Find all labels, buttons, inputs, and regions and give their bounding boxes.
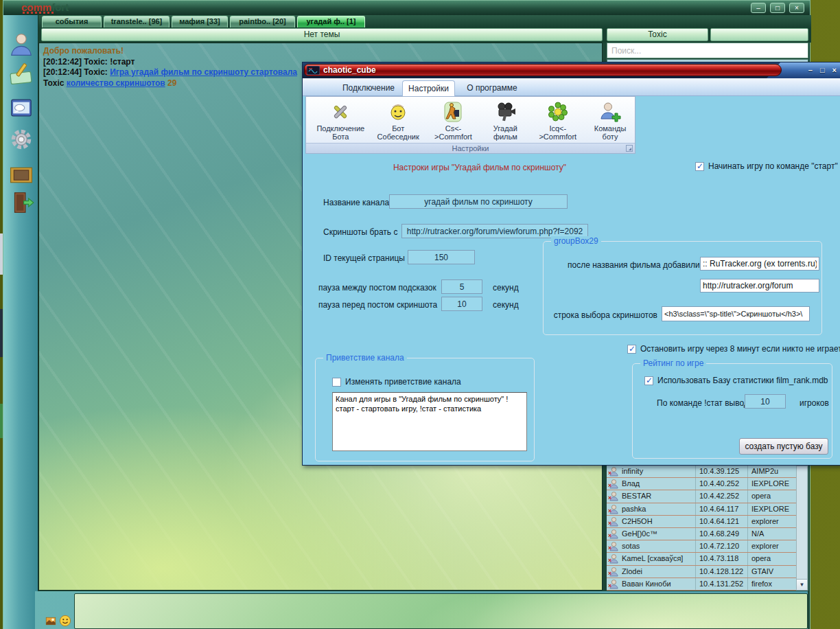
ribbon-item[interactable]: Icq<->Commfort bbox=[533, 100, 583, 144]
chat-icon[interactable] bbox=[8, 95, 34, 121]
after-title-label: после названия фильма добавили bbox=[568, 260, 697, 270]
chaotic-cube-titlebar[interactable]: chaotic_cube – □ × bbox=[303, 62, 840, 78]
dialog-minimize-button[interactable]: – bbox=[808, 65, 813, 75]
chat-message-link[interactable]: Игра угадай фильм по скриншоту стартовал… bbox=[110, 67, 297, 77]
user-avatar-icon bbox=[609, 504, 618, 514]
gear-icon[interactable] bbox=[8, 126, 34, 152]
page-id-input[interactable] bbox=[408, 250, 475, 264]
topic-bar: Нет темы bbox=[41, 28, 603, 41]
dialog-tab[interactable]: Подключение bbox=[337, 80, 400, 96]
sidebar bbox=[3, 15, 38, 629]
greeting-groupbox: Приветствие канала Изменять приветствие … bbox=[315, 358, 535, 461]
chat-tab[interactable]: paintbo.. [20] bbox=[230, 16, 295, 27]
settings-heading: Настроки игры "Угадай фильм по скриншоту… bbox=[377, 163, 583, 172]
user-row[interactable]: infinity10.4.39.125AIMP2u bbox=[607, 466, 796, 478]
ribbon: Подключение БотаБот СобеседникCs<->Commf… bbox=[305, 96, 635, 154]
tracker-url-input[interactable] bbox=[700, 279, 819, 293]
ribbon-item-label: Icq<->Commfort bbox=[533, 124, 583, 141]
minimize-button[interactable]: – bbox=[751, 3, 766, 13]
message-input[interactable] bbox=[74, 593, 808, 629]
scroll-down-arrow-icon[interactable]: ▼ bbox=[797, 579, 807, 590]
chaotic-cube-window: chaotic_cube – □ × ПодключениеНастройкиО… bbox=[302, 62, 840, 466]
stat-count-input[interactable] bbox=[745, 394, 786, 409]
userlist-header-toxic[interactable]: Toxic bbox=[607, 28, 708, 41]
userlist-header-empty[interactable] bbox=[710, 28, 808, 41]
shot-pause-input[interactable] bbox=[441, 297, 482, 311]
user-ip: 10.4.64.121 bbox=[696, 516, 748, 527]
chat-message-link[interactable]: количество скриншотов bbox=[67, 78, 165, 88]
smiley-icon[interactable] bbox=[59, 615, 71, 627]
user-client: N/A bbox=[748, 528, 796, 540]
image-icon[interactable] bbox=[45, 616, 56, 626]
rating-groupbox: Рейтинг по игре Использовать Базу статис… bbox=[632, 363, 832, 459]
dialog-maximize-button[interactable]: □ bbox=[820, 65, 825, 75]
commfort-titlebar[interactable]: commfort – □ × bbox=[3, 1, 810, 15]
hint-pause-input[interactable] bbox=[441, 279, 482, 294]
chat-message: [20:12:42] Toxic: !старт bbox=[43, 57, 297, 68]
ribbon-item[interactable]: Команды боту bbox=[587, 100, 633, 144]
groupbox29: groupBox29 после названия фильма добавил… bbox=[543, 241, 822, 335]
screenshots-source-label: Скриншоты брать с bbox=[323, 227, 397, 237]
chat-messages: Добро пожаловать![20:12:42] Toxic: !стар… bbox=[43, 46, 297, 89]
after-title-input[interactable] bbox=[700, 257, 819, 271]
user-row[interactable]: Влад10.4.40.252IEXPLORE bbox=[607, 478, 796, 490]
user-row[interactable]: pashka10.4.64.117IEXPLORE bbox=[607, 503, 796, 516]
start-on-command-checkbox[interactable]: Начинать игру по команде "старт" bbox=[695, 161, 838, 171]
user-name: C2H5OH bbox=[622, 516, 653, 527]
ribbon-dialog-launcher-icon[interactable] bbox=[626, 145, 633, 152]
chat-tab[interactable]: transtele.. [96] bbox=[104, 16, 170, 27]
user-name: pashka bbox=[622, 503, 646, 515]
user-row[interactable]: C2H5OH10.4.64.121explorer bbox=[607, 516, 796, 528]
search-input[interactable] bbox=[607, 43, 808, 58]
close-button[interactable]: × bbox=[789, 3, 804, 13]
user-client: opera bbox=[748, 553, 796, 564]
ribbon-item[interactable]: Подключение Бота bbox=[313, 100, 369, 144]
frame-icon[interactable] bbox=[8, 162, 34, 188]
user-row[interactable]: BESTAR10.4.42.252opera bbox=[607, 490, 796, 503]
chat-message-text: [20:12:42] Toxic: !старт bbox=[43, 57, 135, 67]
dialog-tab[interactable]: О программе bbox=[459, 80, 525, 96]
user-row[interactable]: GeH[)0c™10.4.68.249N/A bbox=[607, 528, 796, 540]
ribbon-item[interactable]: Cs<->Commfort bbox=[428, 100, 478, 144]
user-icon[interactable] bbox=[8, 32, 34, 58]
dialog-close-button[interactable]: × bbox=[832, 65, 837, 75]
user-row[interactable]: Zlodei10.4.128.122GTAIV bbox=[607, 566, 796, 578]
user-row[interactable]: sotas10.4.72.120explorer bbox=[607, 540, 796, 553]
chat-message-text: Toxic bbox=[43, 78, 67, 88]
user-plus-icon bbox=[599, 100, 621, 124]
select-string-input[interactable] bbox=[662, 306, 810, 321]
shot-pause-label: пауза перед постом скриншота bbox=[318, 300, 437, 310]
greeting-textarea[interactable]: Канал для игры в "Угадай фильм по скринш… bbox=[332, 392, 527, 451]
create-empty-db-button[interactable]: создать пустую базу bbox=[739, 438, 828, 455]
channel-name-label: Название канала bbox=[323, 198, 389, 207]
chat-tab[interactable]: события bbox=[42, 16, 102, 27]
user-row[interactable]: KameL [схаваўся]10.4.73.118opera bbox=[607, 553, 796, 565]
user-row[interactable]: Ваван Киноби10.4.131.252firefox bbox=[607, 578, 796, 591]
ribbon-item-label: Cs<->Commfort bbox=[428, 124, 478, 141]
tools-icon bbox=[329, 100, 351, 124]
dialog-tab[interactable]: Настройки bbox=[402, 80, 455, 96]
user-list-scrollbar[interactable]: ▼ bbox=[796, 466, 808, 591]
ribbon-item[interactable]: Угадай фильм bbox=[482, 100, 528, 144]
desktop: commfort – □ × событияtranstele.. [96]ма… bbox=[0, 0, 840, 629]
maximize-button[interactable]: □ bbox=[770, 3, 785, 13]
chat-message-text: Добро пожаловать! bbox=[43, 46, 124, 56]
change-greeting-checkbox[interactable]: Изменять приветствие канала bbox=[332, 377, 461, 387]
channel-name-input[interactable] bbox=[389, 194, 568, 209]
exit-icon[interactable] bbox=[8, 190, 34, 216]
ribbon-item[interactable]: Бот Собеседник bbox=[372, 100, 425, 144]
use-stats-db-checkbox[interactable]: Использовать Базу статистики film_rank.m… bbox=[644, 376, 828, 385]
chat-tab[interactable]: угадай ф.. [1] bbox=[297, 16, 365, 27]
chat-tab[interactable]: мафия [33] bbox=[172, 16, 228, 27]
notes-icon[interactable] bbox=[8, 60, 34, 87]
user-client: AIMP2u bbox=[748, 466, 796, 477]
ribbon-item-label: Угадай фильм bbox=[482, 124, 528, 141]
user-avatar-icon bbox=[609, 553, 618, 564]
user-name: Ваван Киноби bbox=[622, 578, 671, 590]
rating-group-title: Рейтинг по игре bbox=[640, 358, 706, 368]
stop-game-checkbox[interactable]: Остановить игру через 8 минут если никто… bbox=[627, 344, 840, 354]
user-avatar-icon bbox=[609, 567, 618, 577]
user-name: infinity bbox=[622, 466, 643, 477]
user-avatar-icon bbox=[609, 579, 618, 589]
user-name: Влад bbox=[622, 478, 640, 490]
